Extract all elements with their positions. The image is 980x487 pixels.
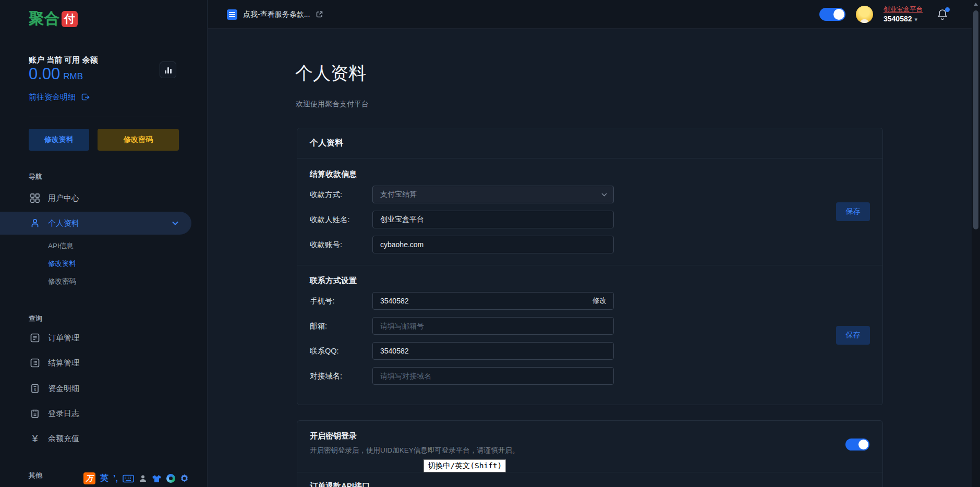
chart-button[interactable] (160, 62, 176, 78)
ime-skin-icon[interactable] (152, 474, 162, 483)
method-select[interactable]: 支付宝结算 (372, 186, 614, 203)
sidebar-item-funds[interactable]: $ 资金明细 (0, 377, 208, 400)
sidebar-item-label: 用户中心 (48, 193, 79, 203)
export-icon (81, 93, 90, 102)
other-section-label: 其他 (29, 471, 42, 480)
save-contact-button[interactable]: 保存 (836, 326, 870, 345)
account-input[interactable] (372, 236, 614, 253)
sidebar-item-label: 余额充值 (48, 434, 79, 444)
terms-link-label: 点我-查看服务条款... (243, 10, 310, 19)
domain-input[interactable] (372, 367, 614, 385)
chevron-down-icon (601, 193, 607, 197)
bar-chart-icon (165, 67, 172, 74)
nav-section-label: 导航 (29, 172, 42, 181)
sidebar-subitem-edit-profile[interactable]: 修改资料 (48, 259, 76, 269)
contact-title: 联系方式设置 (310, 276, 870, 286)
edit-password-button[interactable]: 修改密码 (98, 129, 179, 151)
person-icon (29, 217, 41, 229)
scrollbar-thumb[interactable] (973, 10, 978, 229)
ime-punctuation-toggle[interactable]: ’, (113, 474, 118, 483)
payee-label: 收款人姓名: (310, 215, 372, 225)
ime-language-toggle[interactable]: 英 (100, 473, 108, 484)
grid-icon (29, 192, 41, 204)
settlement-title: 结算收款信息 (310, 169, 870, 179)
toggle-knob (833, 9, 844, 20)
external-link-icon (316, 10, 323, 18)
order-list-icon (29, 332, 41, 344)
ime-wheel-icon[interactable] (166, 474, 175, 483)
terms-link[interactable]: 点我-查看服务条款... (227, 0, 323, 29)
avatar[interactable] (856, 6, 873, 23)
account-name: 创业宝盒平台 (884, 5, 923, 14)
key-login-toggle[interactable] (845, 439, 869, 451)
ime-keyboard-icon[interactable] (123, 474, 134, 483)
phone-edit-link[interactable]: 修改 (592, 296, 607, 306)
sidebar-item-profile[interactable]: 个人资料 (0, 212, 191, 235)
key-login-section: 开启密钥登录 开启密钥登录后，使用UID加KEY信息即可登录平台，请谨慎开启。 (297, 421, 882, 472)
security-card: 开启密钥登录 开启密钥登录后，使用UID加KEY信息即可登录平台，请谨慎开启。 … (297, 420, 883, 487)
phone-label: 手机号: (310, 296, 372, 306)
email-input[interactable] (372, 317, 614, 335)
balance-currency: RMB (63, 71, 83, 81)
topbar: 点我-查看服务条款... 创业宝盒平台 3540582▾ (208, 0, 980, 29)
key-login-title: 开启密钥登录 (310, 431, 870, 441)
theme-toggle[interactable] (819, 8, 845, 21)
method-value: 支付宝结算 (380, 190, 417, 199)
chevron-down-icon (172, 221, 178, 225)
page-title: 个人资料 (295, 62, 366, 86)
refund-api-section: 订单退款API接口 (297, 472, 882, 487)
balance-title: 账户 当前 可用 余额 (29, 55, 98, 65)
sidebar-item-label: 资金明细 (48, 384, 79, 394)
sidebar: 聚合 付 账户 当前 可用 余额 0.00RMB 前往资金明细 修改资料 修改密… (0, 0, 208, 487)
key-login-desc: 开启密钥登录后，使用UID加KEY信息即可登录平台，请谨慎开启。 (310, 446, 870, 455)
document-icon (227, 9, 237, 20)
save-settlement-button[interactable]: 保存 (836, 202, 870, 221)
account-label: 收款账号: (310, 240, 372, 250)
card-header: 个人资料 (297, 128, 882, 159)
chevron-down-icon: ▾ (915, 16, 918, 22)
sidebar-subitem-edit-password[interactable]: 修改密码 (48, 277, 76, 286)
sidebar-subitem-api-info[interactable]: API信息 (48, 241, 74, 251)
scroll-up-arrow[interactable] (974, 3, 978, 6)
query-section-label: 查询 (29, 314, 42, 323)
settlement-section: 结算收款信息 收款方式: 支付宝结算 收款人姓名: 收款账号: 保存 (297, 159, 882, 265)
app-logo[interactable]: 聚合 付 (29, 8, 78, 29)
qq-label: 联系QQ: (310, 346, 372, 356)
notification-bell[interactable] (936, 8, 949, 21)
balance-value: 0.00 (29, 65, 60, 83)
ime-status-tooltip: 切换中/英文(Shift) (424, 459, 506, 472)
sidebar-item-label: 订单管理 (48, 333, 79, 343)
logo-badge-pay: 付 (62, 11, 78, 27)
sidebar-item-orders[interactable]: 订单管理 (0, 326, 208, 349)
yen-icon: ¥ (29, 432, 41, 445)
ime-settings-gear-icon[interactable] (180, 474, 189, 483)
ime-logo-icon[interactable]: 万 (83, 472, 95, 484)
edit-profile-button[interactable]: 修改资料 (29, 129, 89, 151)
settle-list-icon (29, 357, 41, 369)
scrollbar[interactable] (972, 0, 980, 487)
svg-text:$: $ (34, 387, 37, 392)
account-menu[interactable]: 创业宝盒平台 3540582▾ (884, 5, 923, 23)
domain-label: 对接域名: (310, 371, 372, 381)
balance-amount: 0.00RMB (29, 65, 83, 83)
sidebar-item-label: 结算管理 (48, 358, 79, 368)
phone-input[interactable] (372, 292, 614, 310)
account-id: 3540582 (884, 15, 912, 23)
funds-doc-icon: $ (29, 382, 41, 395)
ime-user-icon[interactable] (139, 474, 147, 483)
qq-input[interactable] (372, 342, 614, 360)
payee-input[interactable] (372, 211, 614, 228)
email-label: 邮箱: (310, 321, 372, 331)
ime-toolbar: 万 英 ’, (83, 472, 189, 484)
notification-dot (945, 7, 950, 12)
sidebar-item-settlement[interactable]: 结算管理 (0, 351, 208, 374)
sidebar-item-user-center[interactable]: 用户中心 (0, 187, 208, 210)
funds-detail-link[interactable]: 前往资金明细 (29, 92, 90, 102)
logo-text-green: 聚合 (29, 8, 60, 29)
method-label: 收款方式: (310, 190, 372, 200)
sidebar-item-login-log[interactable]: 登录日志 (0, 402, 208, 425)
funds-detail-label: 前往资金明细 (29, 92, 76, 102)
sidebar-divider (29, 116, 180, 116)
sidebar-item-recharge[interactable]: ¥ 余额充值 (0, 427, 208, 450)
log-book-icon (29, 407, 41, 420)
